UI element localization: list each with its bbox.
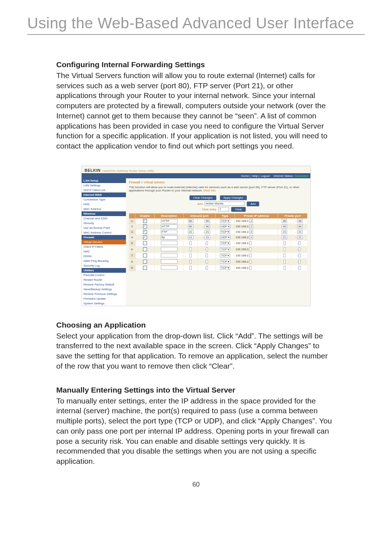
private-port-to[interactable]: 80: [297, 224, 303, 228]
clear-entry-select[interactable]: 1: [218, 207, 229, 211]
breadcrumb-firewall[interactable]: Firewall: [129, 180, 140, 184]
private-ip-input[interactable]: 2: [249, 230, 253, 234]
inbound-port-to[interactable]: [206, 241, 208, 245]
enable-checkbox[interactable]: [143, 235, 147, 239]
clear-changes-button[interactable]: Clear Changes: [189, 195, 216, 200]
inbound-port-from[interactable]: 21: [188, 230, 193, 234]
inbound-port-from[interactable]: 80: [188, 219, 193, 223]
apply-changes-button[interactable]: Apply Changes: [220, 195, 247, 200]
private-ip-input[interactable]: 2: [249, 224, 253, 228]
enable-checkbox[interactable]: [143, 224, 147, 228]
type-select[interactable]: TCP ▾: [220, 253, 230, 257]
private-port-from[interactable]: [283, 266, 286, 270]
inbound-port-from[interactable]: [189, 266, 192, 270]
inbound-port-from[interactable]: 21: [188, 235, 193, 239]
private-port-from[interactable]: 80: [282, 219, 287, 223]
sidenav-access-point[interactable]: Use as Access Point: [82, 226, 126, 230]
private-port-from[interactable]: 21: [282, 235, 287, 239]
private-ip-input[interactable]: 2: [249, 235, 253, 239]
description-input[interactable]: [161, 241, 177, 245]
sidenav-restore-prev[interactable]: Restore Previous Settings: [82, 292, 126, 296]
inbound-port-from[interactable]: [189, 241, 192, 245]
description-input[interactable]: [161, 247, 177, 251]
inbound-port-from[interactable]: [189, 253, 192, 257]
enable-checkbox[interactable]: [143, 247, 147, 251]
inbound-port-to[interactable]: 21: [205, 235, 210, 239]
sidenav-dmz[interactable]: DMZ: [82, 249, 126, 254]
description-input[interactable]: [161, 253, 177, 257]
sidenav-channel-ssid[interactable]: Channel and SSID: [82, 216, 126, 221]
private-port-to[interactable]: [298, 260, 301, 264]
description-input[interactable]: ftp: [161, 235, 177, 240]
type-select[interactable]: TCP ▾: [220, 247, 230, 251]
type-select[interactable]: UDP ▾: [220, 224, 230, 228]
sidenav-security-log[interactable]: Security Log: [82, 263, 126, 268]
private-port-from[interactable]: [283, 260, 286, 264]
sidenav-conn-type[interactable]: Connection Type: [82, 197, 126, 202]
description-input[interactable]: FTP: [161, 230, 177, 234]
sidenav-virtual-servers[interactable]: Virtual Servers: [82, 240, 126, 244]
description-input[interactable]: HTTP: [161, 219, 177, 223]
clear-button[interactable]: Clear: [231, 207, 245, 212]
enable-checkbox[interactable]: [143, 253, 147, 257]
inbound-port-to[interactable]: [206, 266, 208, 270]
topbar-help[interactable]: Help: [252, 174, 258, 178]
private-port-to[interactable]: 21: [297, 235, 303, 239]
private-port-to[interactable]: 80: [297, 219, 303, 223]
sidenav-mac-control[interactable]: MAC Address Control: [82, 230, 126, 235]
private-port-to[interactable]: [298, 241, 301, 245]
sidenav-system-settings[interactable]: System Settings: [82, 301, 126, 306]
sidenav-save-backup[interactable]: Save/Backup Settings: [82, 287, 126, 292]
description-input[interactable]: HTTP: [161, 224, 177, 229]
private-port-from[interactable]: [283, 247, 286, 251]
inbound-port-to[interactable]: [206, 247, 208, 251]
inbound-port-to[interactable]: [206, 260, 208, 264]
type-select[interactable]: TCP ▾: [220, 260, 230, 264]
private-port-to[interactable]: [298, 266, 301, 270]
sidenav-restart[interactable]: Restart Router: [82, 277, 126, 282]
more-info-link[interactable]: More Info: [203, 189, 216, 192]
inbound-port-to[interactable]: [206, 253, 208, 257]
inbound-port-from[interactable]: [189, 260, 192, 264]
inbound-port-to[interactable]: 80: [205, 224, 210, 228]
private-ip-input[interactable]: [249, 266, 252, 270]
sidenav-ddns[interactable]: DDNS: [82, 254, 126, 259]
inbound-port-from[interactable]: 80: [188, 224, 193, 228]
private-ip-input[interactable]: [249, 241, 252, 245]
private-port-from[interactable]: [283, 241, 286, 245]
private-port-from[interactable]: [283, 253, 286, 257]
type-select[interactable]: UDP ▾: [220, 235, 230, 239]
topbar-logout[interactable]: Logout: [261, 174, 269, 178]
enable-checkbox[interactable]: [143, 266, 147, 270]
enable-checkbox[interactable]: [143, 230, 147, 234]
type-select[interactable]: TCP ▾: [220, 219, 230, 223]
sidenav-wan-ping[interactable]: WAN Ping Blocking: [82, 259, 126, 263]
private-port-from[interactable]: 21: [282, 230, 287, 234]
sidenav-client-ip-filters[interactable]: Client IP Filters: [82, 244, 126, 249]
private-ip-input[interactable]: [249, 260, 252, 264]
type-select[interactable]: TCP ▾: [220, 241, 230, 245]
description-input[interactable]: [161, 265, 177, 270]
application-select[interactable]: Active Worlds: [205, 202, 245, 206]
sidenav-parental[interactable]: Parental Control: [82, 273, 126, 277]
inbound-port-to[interactable]: 21: [205, 230, 210, 234]
private-port-from[interactable]: 80: [282, 224, 287, 228]
sidenav-mac-address[interactable]: MAC Address: [82, 207, 126, 211]
private-ip-input[interactable]: [249, 253, 252, 257]
description-input[interactable]: [161, 259, 177, 264]
sidenav-firmware[interactable]: Firmware Update: [82, 296, 126, 301]
sidenav-lan-settings[interactable]: LAN Settings: [82, 183, 126, 188]
private-ip-input[interactable]: [249, 247, 252, 251]
sidenav-security[interactable]: Security: [82, 221, 126, 226]
private-port-to[interactable]: [298, 253, 301, 257]
topbar-home[interactable]: Home: [241, 174, 249, 178]
enable-checkbox[interactable]: [143, 241, 147, 245]
private-ip-input[interactable]: 2: [249, 219, 253, 223]
enable-checkbox[interactable]: [143, 219, 147, 223]
sidenav-dns[interactable]: DNS: [82, 202, 126, 207]
sidenav-dhcp-list[interactable]: DHCP Client List: [82, 188, 126, 192]
inbound-port-to[interactable]: 80: [205, 219, 210, 223]
type-select[interactable]: TCP ▾: [220, 230, 230, 234]
inbound-port-from[interactable]: [189, 247, 192, 251]
private-port-to[interactable]: 21: [297, 230, 303, 234]
